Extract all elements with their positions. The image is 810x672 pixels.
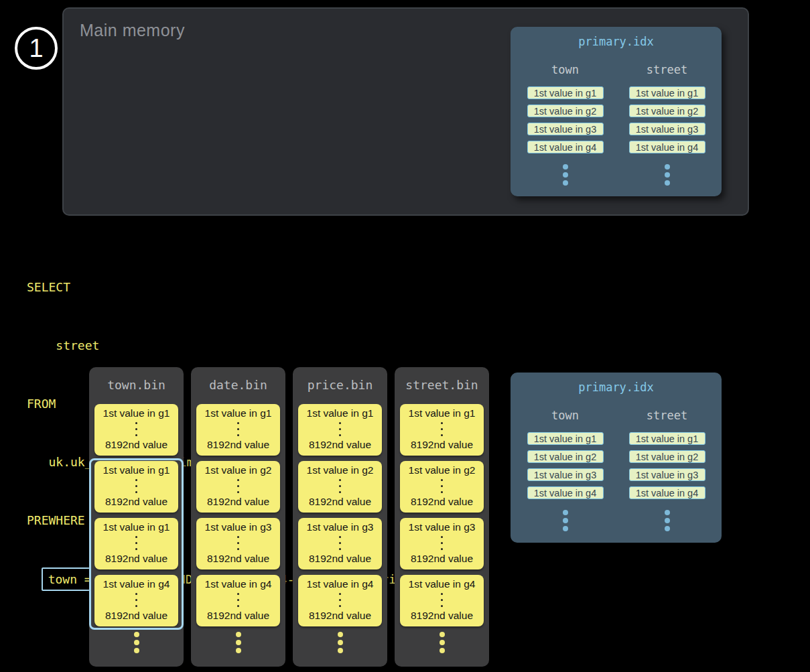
granule-block: 1st value in g4 8192nd value — [196, 575, 280, 626]
granule-first-value: 1st value in g1 — [103, 464, 170, 476]
bin-column-title: date.bin — [191, 378, 285, 390]
granule-first-value: 1st value in g1 — [205, 407, 272, 419]
ellipsis-icon — [237, 479, 239, 493]
granule-block: 1st value in g1 8192nd value — [298, 404, 382, 456]
granule-last-value: 8192nd value — [207, 439, 269, 451]
ellipsis-icon — [339, 593, 341, 607]
granule-block: 1st value in g3 8192nd value — [298, 518, 382, 569]
ellipsis-icon — [563, 510, 568, 531]
sql-line: street — [27, 336, 483, 355]
bin-column-title: town.bin — [89, 378, 184, 390]
granule-blocks: 1st value in g1 8192nd value 1st value i… — [191, 404, 285, 626]
step-number: 1 — [29, 34, 43, 63]
granule-first-value: 1st value in g3 — [205, 521, 272, 533]
ellipsis-icon — [665, 510, 670, 531]
ellipsis-icon — [441, 593, 443, 607]
primary-idx-title: primary.idx — [511, 35, 722, 47]
ellipsis-icon — [665, 164, 670, 186]
index-column-header: town — [551, 409, 579, 420]
bin-column-title: price.bin — [293, 378, 387, 390]
granule-last-value: 8192nd value — [105, 439, 167, 451]
bin-column-date: date.bin 1st value in g1 8192nd value 1s… — [191, 367, 285, 667]
index-entry: 1st value in g3 — [527, 123, 604, 135]
granule-block: 1st value in g1 8192nd value — [94, 518, 178, 569]
granule-last-value: 8192nd value — [309, 496, 371, 508]
index-column-town: town 1st value in g1 1st value in g2 1st… — [527, 63, 604, 186]
bin-column-title: street.bin — [395, 378, 489, 390]
granule-first-value: 1st value in g3 — [409, 521, 476, 533]
ellipsis-icon — [441, 536, 443, 550]
granule-block: 1st value in g1 8192nd value — [94, 461, 178, 513]
granule-blocks: 1st value in g1 8192nd value 1st value i… — [89, 404, 184, 626]
main-memory-title: Main memory — [80, 21, 185, 40]
index-entry: 1st value in g1 — [629, 432, 705, 445]
ellipsis-icon — [339, 536, 341, 550]
granule-last-value: 8192nd value — [207, 553, 269, 565]
granule-block: 1st value in g1 8192nd value — [400, 404, 484, 456]
ellipsis-icon — [237, 593, 239, 607]
sql-line: SELECT — [27, 277, 483, 297]
bin-column-price: price.bin 1st value in g1 8192nd value 1… — [293, 367, 387, 667]
granule-block: 1st value in g2 8192nd value — [196, 461, 280, 513]
granule-blocks: 1st value in g1 8192nd value 1st value i… — [395, 404, 489, 626]
granule-block: 1st value in g4 8192nd value — [400, 575, 484, 626]
index-entry: 1st value in g2 — [629, 105, 705, 117]
granule-last-value: 8192nd value — [309, 610, 371, 622]
index-entry: 1st value in g4 — [527, 141, 604, 153]
granule-first-value: 1st value in g2 — [409, 464, 476, 476]
ellipsis-icon — [237, 422, 239, 436]
index-entry: 1st value in g2 — [629, 450, 705, 463]
granule-block: 1st value in g4 8192nd value — [94, 575, 178, 626]
granule-first-value: 1st value in g1 — [103, 407, 170, 419]
index-entry: 1st value in g4 — [527, 486, 604, 499]
primary-idx-title: primary.idx — [511, 381, 722, 393]
granule-last-value: 8192nd value — [207, 610, 269, 622]
granule-first-value: 1st value in g1 — [103, 521, 170, 533]
ellipsis-icon — [441, 479, 443, 493]
sql-indent — [27, 572, 42, 586]
ellipsis-icon — [237, 536, 239, 550]
ellipsis-icon — [135, 593, 137, 607]
index-entry: 1st value in g4 — [629, 486, 705, 499]
ellipsis-icon — [135, 536, 137, 550]
primary-idx-columns: town 1st value in g1 1st value in g2 1st… — [511, 63, 722, 186]
granule-last-value: 8192nd value — [411, 553, 473, 565]
granule-last-value: 8192nd value — [411, 610, 473, 622]
granule-last-value: 8192nd value — [105, 553, 167, 565]
index-column-street: street 1st value in g1 1st value in g2 1… — [629, 409, 705, 531]
ellipsis-icon — [339, 479, 341, 493]
ellipsis-icon — [135, 422, 137, 436]
granule-first-value: 1st value in g4 — [307, 578, 374, 590]
index-entry: 1st value in g2 — [527, 105, 604, 117]
ellipsis-icon — [339, 422, 341, 436]
index-entry: 1st value in g1 — [527, 432, 604, 445]
index-entry: 1st value in g1 — [527, 86, 604, 99]
granule-first-value: 1st value in g3 — [307, 521, 374, 533]
granule-last-value: 8192nd value — [309, 439, 371, 451]
granule-block: 1st value in g3 8192nd value — [400, 518, 484, 569]
granule-block: 1st value in g2 8192nd value — [400, 461, 484, 513]
index-column-header: town — [551, 63, 579, 74]
ellipsis-icon — [441, 422, 443, 436]
granule-last-value: 8192nd value — [105, 496, 167, 508]
index-entry: 1st value in g3 — [629, 468, 705, 481]
granule-first-value: 1st value in g4 — [409, 578, 476, 590]
granule-first-value: 1st value in g2 — [205, 464, 272, 476]
granule-last-value: 8192nd value — [411, 496, 473, 508]
index-entry: 1st value in g3 — [629, 123, 705, 135]
granule-block: 1st value in g2 8192nd value — [298, 461, 382, 513]
index-column-header: street — [647, 409, 687, 420]
primary-idx-panel-bottom: primary.idx town 1st value in g1 1st val… — [511, 373, 722, 543]
granule-first-value: 1st value in g2 — [307, 464, 374, 476]
primary-idx-columns: town 1st value in g1 1st value in g2 1st… — [511, 409, 722, 531]
granule-first-value: 1st value in g4 — [205, 578, 272, 590]
step-badge: 1 — [15, 27, 58, 70]
bin-column-town: town.bin 1st value in g1 8192nd value 1s… — [89, 367, 184, 667]
index-column-street: street 1st value in g1 1st value in g2 1… — [629, 63, 705, 186]
granule-blocks: 1st value in g1 8192nd value 1st value i… — [293, 404, 387, 626]
ellipsis-icon — [89, 632, 184, 653]
diagram-canvas: 1 Main memory primary.idx town 1st value… — [0, 0, 810, 672]
ellipsis-icon — [135, 479, 137, 493]
granule-first-value: 1st value in g4 — [103, 578, 170, 590]
index-entry: 1st value in g3 — [527, 468, 604, 481]
